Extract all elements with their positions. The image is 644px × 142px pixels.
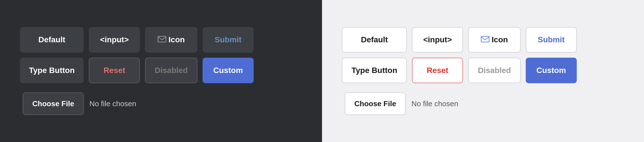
envelope-icon-light [481,35,489,44]
light-type-button[interactable]: Type Button [342,58,407,83]
dark-custom-label: Custom [213,66,243,75]
light-file-row: Choose File No file chosen [345,92,458,115]
light-panel: Default <input> Icon Submit Type Button … [322,0,644,142]
dark-disabled-label: Disabled [155,66,188,75]
svg-rect-1 [481,36,489,42]
light-custom-button[interactable]: Custom [526,58,577,83]
light-choose-file-button[interactable]: Choose File [345,92,406,115]
dark-button-grid: Default <input> Icon Submit Type Button … [20,27,254,83]
dark-input-label: <input> [100,35,129,44]
light-no-file-text: No file chosen [411,99,458,108]
light-type-button-label: Type Button [352,66,397,75]
light-reset-button[interactable]: Reset [412,58,463,83]
dark-choose-file-label: Choose File [32,99,74,108]
light-submit-button[interactable]: Submit [526,27,577,53]
dark-disabled-button: Disabled [145,58,197,83]
light-disabled-label: Disabled [478,66,511,75]
dark-default-button[interactable]: Default [20,27,84,53]
dark-type-button-label: Type Button [29,66,75,75]
light-disabled-button: Disabled [468,58,521,83]
dark-no-file-text: No file chosen [89,99,136,108]
dark-reset-label: Reset [104,66,125,75]
dark-panel: Default <input> Icon Submit Type Button … [0,0,322,142]
dark-submit-label: Submit [214,35,241,44]
dark-input-button[interactable]: <input> [89,27,140,53]
dark-default-label: Default [38,35,65,44]
dark-choose-file-button[interactable]: Choose File [23,92,84,115]
light-icon-button[interactable]: Icon [468,27,521,53]
light-choose-file-label: Choose File [354,99,396,108]
dark-file-row: Choose File No file chosen [23,92,136,115]
dark-submit-button[interactable]: Submit [203,27,254,53]
light-default-label: Default [361,35,388,44]
light-button-grid: Default <input> Icon Submit Type Button … [342,27,577,83]
svg-rect-0 [158,36,166,42]
dark-icon-button[interactable]: Icon [145,27,197,53]
envelope-icon-dark [158,35,166,44]
dark-reset-button[interactable]: Reset [89,58,140,83]
dark-type-button[interactable]: Type Button [20,58,84,83]
dark-custom-button[interactable]: Custom [203,58,254,83]
light-input-label: <input> [423,35,452,44]
light-icon-label: Icon [492,35,508,44]
light-default-button[interactable]: Default [342,27,407,53]
light-submit-label: Submit [538,35,565,44]
dark-icon-label: Icon [169,35,185,44]
light-reset-label: Reset [427,66,448,75]
light-custom-label: Custom [536,66,566,75]
light-input-button[interactable]: <input> [412,27,463,53]
